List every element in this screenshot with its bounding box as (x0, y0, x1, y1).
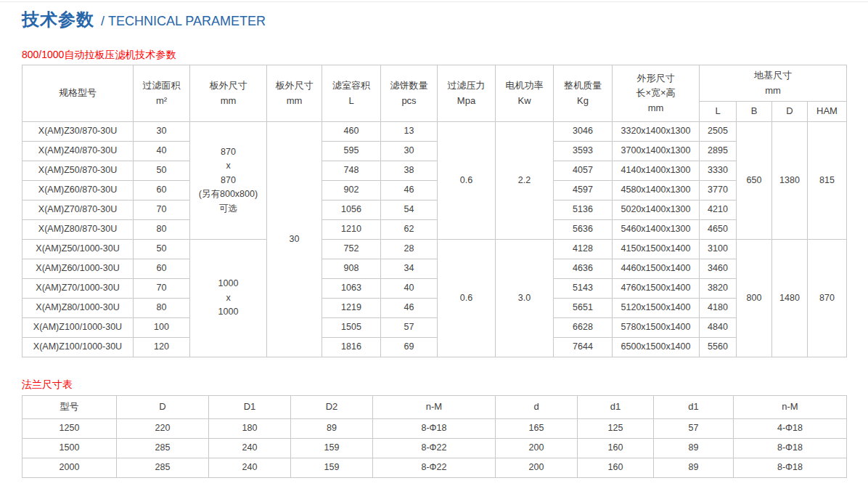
cell-foundation-l: 3770 (700, 181, 737, 201)
cell-area: 70 (134, 279, 190, 299)
cell-cakes: 62 (381, 220, 438, 240)
cell-area: 70 (134, 201, 190, 220)
cell-foundation-ham-group1: 815 (808, 122, 847, 240)
header-chamber-volume: 滤室容积 L (322, 65, 381, 122)
cell-area: 50 (134, 240, 190, 259)
flange-cell: 1500 (22, 439, 117, 458)
cell-cakes: 38 (381, 161, 438, 181)
cell-volume: 460 (322, 122, 381, 142)
cell-cakes: 30 (381, 142, 438, 161)
flange-cell: 165 (496, 419, 578, 439)
cell-foundation-b-group1: 650 (737, 122, 772, 240)
spec-row: X(AM)Z100/1000-30U 100 1505 57 6628 5780… (22, 318, 847, 338)
flange-cell: 8-Φ18 (734, 439, 847, 458)
cell-foundation-l: 2895 (700, 142, 737, 161)
flange-header-D1: D1 (209, 396, 291, 419)
flange-cell: 180 (209, 419, 291, 439)
cell-cakes: 69 (381, 338, 438, 357)
cell-weight: 3593 (554, 142, 613, 161)
flange-cell: 159 (291, 439, 373, 458)
cell-area: 30 (134, 122, 190, 142)
cell-foundation-b-group2: 800 (737, 240, 772, 357)
cell-volume: 1816 (322, 338, 381, 357)
header-plate-size-2: 板外尺寸 mm (267, 65, 322, 122)
header-motor-power: 电机功率 Kw (496, 65, 554, 122)
cell-cakes: 13 (381, 122, 438, 142)
page: 技术参数 / TECHNICAL PARAMETER 800/1000自动拉板压… (0, 0, 868, 486)
flange-cell: 160 (578, 458, 654, 478)
cell-volume: 1056 (322, 201, 381, 220)
flange-table: 型号 D D1 D2 n-M d d1 d1 n-M 1250 220 180 … (22, 395, 847, 478)
cell-dims: 5120x1500x1400 (613, 299, 700, 318)
header-foundation-dims: 地基尺寸 mm (700, 65, 847, 102)
cell-model: X(AM)Z60/1000-30U (22, 259, 134, 279)
header-plate-size: 板外尺寸 mm (190, 65, 267, 122)
cell-area: 60 (134, 259, 190, 279)
cell-area: 60 (134, 181, 190, 201)
spec-row: X(AM)Z50/1000-30U 50 1000 x 1000 752 28 … (22, 240, 847, 259)
spec-table: 规格型号 过滤面积 m² 板外尺寸 mm 板外尺寸 mm 滤室容积 L 滤饼数量… (22, 65, 847, 357)
cell-pressure-group1: 0.6 (438, 122, 496, 240)
cell-power-group1: 2.2 (496, 122, 554, 240)
page-title: 技术参数 / TECHNICAL PARAMETER (22, 0, 846, 31)
cell-plate-size-merged: 30 (267, 122, 322, 357)
cell-cakes: 34 (381, 259, 438, 279)
cell-volume: 752 (322, 240, 381, 259)
cell-weight: 5143 (554, 279, 613, 299)
cell-foundation-d-group2: 1480 (772, 240, 808, 357)
flange-cell: 285 (117, 458, 209, 478)
flange-header-row: 型号 D D1 D2 n-M d d1 d1 n-M (22, 396, 847, 419)
flange-cell: 8-Φ18 (373, 419, 496, 439)
cell-cakes: 57 (381, 318, 438, 338)
cell-cakes: 54 (381, 201, 438, 220)
header-model: 规格型号 (22, 65, 134, 122)
flange-header-model: 型号 (22, 396, 117, 419)
header-cake-count: 滤饼数量 pcs (381, 65, 438, 122)
cell-volume: 748 (322, 161, 381, 181)
cell-dims: 3320x1400x1300 (613, 122, 700, 142)
cell-plate-size-870-group: 870 x 870 (另有800x800) 可选 (190, 122, 267, 240)
cell-weight: 4057 (554, 161, 613, 181)
cell-dims: 3700x1400x1300 (613, 142, 700, 161)
cell-foundation-l: 4650 (700, 220, 737, 240)
cell-power-group2: 3.0 (496, 240, 554, 357)
cell-foundation-l: 3100 (700, 240, 737, 259)
flange-cell: 240 (209, 458, 291, 478)
header-foundation-d: D (772, 102, 808, 122)
cell-cakes: 40 (381, 279, 438, 299)
cell-cakes: 28 (381, 240, 438, 259)
flange-row: 1500 285 240 159 8-Φ22 200 160 89 8-Φ18 (22, 439, 847, 458)
cell-volume: 908 (322, 259, 381, 279)
cell-area: 40 (134, 142, 190, 161)
flange-row: 2000 285 240 159 8-Φ22 200 160 89 8-Φ18 (22, 458, 847, 478)
flange-header-nM: n-M (373, 396, 496, 419)
flange-header-D: D (117, 396, 209, 419)
spec-row: X(AM)Z80/1000-30U 80 1219 46 5651 5120x1… (22, 299, 847, 318)
cell-volume: 595 (322, 142, 381, 161)
cell-foundation-l: 4210 (700, 201, 737, 220)
cell-weight: 3046 (554, 122, 613, 142)
flange-cell: 220 (117, 419, 209, 439)
cell-model: X(AM)Z80/1000-30U (22, 299, 134, 318)
flange-cell: 1250 (22, 419, 117, 439)
flange-cell: 2000 (22, 458, 117, 478)
flange-cell: 4-Φ18 (734, 419, 847, 439)
cell-foundation-l: 3820 (700, 279, 737, 299)
cell-model: X(AM)Z70/1000-30U (22, 279, 134, 299)
flange-cell: 160 (578, 439, 654, 458)
cell-weight: 5136 (554, 201, 613, 220)
flange-cell: 57 (654, 419, 734, 439)
cell-dims: 5460x1400x1300 (613, 220, 700, 240)
cell-dims: 4580x1400x1300 (613, 181, 700, 201)
cell-weight: 6628 (554, 318, 613, 338)
spec-row: X(AM)Z40/870-30U 40 595 30 3593 3700x140… (22, 142, 847, 161)
spec-row: X(AM)Z70/1000-30U 70 1063 40 5143 4760x1… (22, 279, 847, 299)
header-foundation-b: B (737, 102, 772, 122)
cell-volume: 1219 (322, 299, 381, 318)
header-overall-dims: 外形尺寸 长×宽×高 mm (613, 65, 700, 122)
header-filter-pressure: 过滤压力 Mpa (438, 65, 496, 122)
flange-header-d: d (496, 396, 578, 419)
cell-volume: 1505 (322, 318, 381, 338)
cell-model: X(AM)Z100/1000-30U (22, 318, 134, 338)
cell-weight: 4636 (554, 259, 613, 279)
